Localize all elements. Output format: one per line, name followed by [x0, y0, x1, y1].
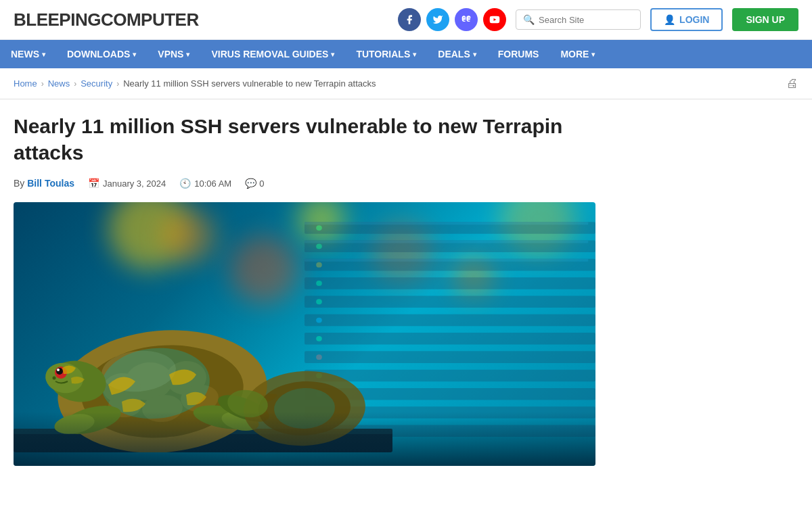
article-date: 📅 January 3, 2024 [88, 178, 166, 189]
author-link[interactable]: Bill Toulas [27, 178, 74, 189]
search-bar: 🔍 [516, 9, 641, 30]
breadcrumb-separator: › [116, 79, 119, 89]
nav-item-news[interactable]: NEWS ▾ [0, 40, 56, 68]
breadcrumb-current: Nearly 11 million SSH servers vulnerable… [123, 78, 376, 89]
signup-button[interactable]: SIGN UP [732, 8, 798, 31]
twitter-icon[interactable] [426, 8, 449, 31]
nav-item-downloads[interactable]: DOWNLOADS ▾ [56, 40, 147, 68]
comment-icon: 💬 [245, 178, 256, 189]
nav-item-virus-removal[interactable]: VIRUS REMOVAL GUIDES ▾ [200, 40, 345, 68]
login-label: LOGIN [679, 14, 709, 25]
social-icons [398, 8, 506, 31]
nav-item-deals[interactable]: DEALS ▾ [427, 40, 487, 68]
chevron-down-icon: ▾ [186, 51, 189, 58]
chevron-down-icon: ▾ [413, 51, 416, 58]
article-comments[interactable]: 💬 0 [245, 178, 264, 189]
clock-icon: 🕙 [179, 178, 191, 189]
breadcrumb: Home › News › Security › Nearly 11 milli… [14, 78, 376, 89]
chevron-down-icon: ▾ [591, 51, 595, 58]
chevron-down-icon: ▾ [331, 51, 334, 58]
svg-rect-1 [304, 222, 588, 224]
breadcrumb-news[interactable]: News [48, 78, 70, 89]
mastodon-icon[interactable] [455, 8, 478, 31]
search-icon: 🔍 [523, 14, 535, 25]
signup-label: SIGN UP [746, 14, 785, 25]
chevron-down-icon: ▾ [473, 51, 476, 58]
facebook-icon[interactable] [398, 8, 421, 31]
breadcrumb-home[interactable]: Home [14, 78, 37, 89]
logo-part1: BLEEPING [14, 9, 101, 30]
nav-item-vpns[interactable]: VPNS ▾ [147, 40, 200, 68]
nav-item-more[interactable]: MORE ▾ [549, 40, 606, 68]
youtube-icon[interactable] [483, 8, 506, 31]
article-author: By Bill Toulas [14, 178, 74, 189]
main-nav: NEWS ▾ DOWNLOADS ▾ VPNS ▾ VIRUS REMOVAL … [0, 40, 812, 68]
svg-point-15 [316, 225, 322, 231]
article-main: Nearly 11 million SSH servers vulnerable… [0, 99, 812, 466]
nav-item-forums[interactable]: FORUMS [487, 40, 550, 68]
search-input[interactable] [539, 15, 633, 25]
svg-point-42 [57, 369, 60, 371]
article-hero-image [14, 202, 595, 466]
svg-point-43 [53, 377, 56, 380]
svg-point-41 [56, 368, 63, 375]
site-logo[interactable]: BLEEPINGCOMPUTER [14, 9, 199, 30]
breadcrumb-bar: Home › News › Security › Nearly 11 milli… [0, 68, 812, 99]
article-time: 🕙 10:06 AM [179, 178, 231, 189]
chevron-down-icon: ▾ [42, 51, 45, 58]
logo-part2: COMPUTER [101, 9, 199, 30]
login-button[interactable]: 👤 LOGIN [650, 8, 723, 31]
article-container: Nearly 11 million SSH servers vulnerable… [0, 99, 609, 466]
site-header: BLEEPINGCOMPUTER 🔍 👤 LOGIN SIGN [0, 0, 812, 40]
print-icon[interactable]: 🖨 [786, 76, 798, 91]
breadcrumb-separator: › [41, 79, 44, 89]
nav-item-tutorials[interactable]: TUTORIALS ▾ [345, 40, 427, 68]
breadcrumb-security[interactable]: Security [81, 78, 112, 89]
article-title: Nearly 11 million SSH servers vulnerable… [14, 113, 595, 166]
chevron-down-icon: ▾ [133, 51, 136, 58]
article-meta: By Bill Toulas 📅 January 3, 2024 🕙 10:06… [14, 178, 595, 189]
header-right: 🔍 👤 LOGIN SIGN UP [398, 8, 798, 31]
calendar-icon: 📅 [88, 178, 99, 189]
breadcrumb-separator: › [74, 79, 76, 89]
user-icon: 👤 [664, 14, 675, 25]
